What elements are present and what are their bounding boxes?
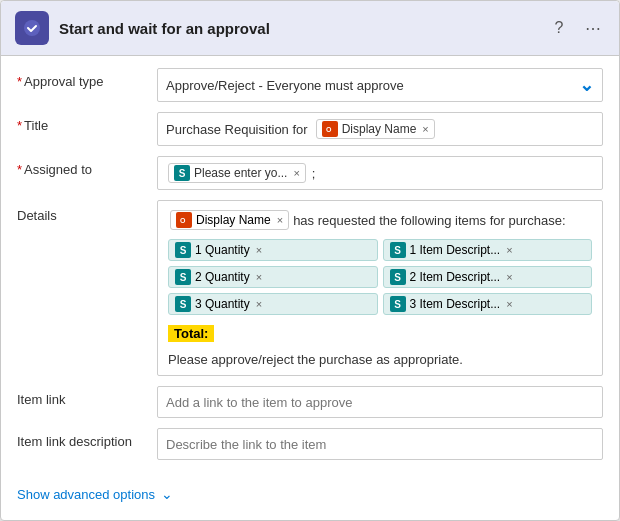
title-row: *Title Purchase Requisition for O Displa…: [17, 112, 603, 146]
sharepoint-icon: S: [175, 269, 191, 285]
item-token-close[interactable]: ×: [256, 298, 262, 310]
help-button[interactable]: ?: [547, 16, 571, 40]
assigned-to-row: *Assigned to S Please enter yo... × ;: [17, 156, 603, 190]
chevron-down-icon: ⌄: [579, 74, 594, 96]
list-item[interactable]: S 2 Quantity ×: [168, 266, 378, 288]
sharepoint-icon: S: [390, 242, 406, 258]
required-star: *: [17, 162, 22, 177]
item-token-close[interactable]: ×: [506, 271, 512, 283]
required-star: *: [17, 74, 22, 89]
item-token-close[interactable]: ×: [506, 298, 512, 310]
item-link-label: Item link: [17, 386, 157, 407]
svg-text:O: O: [180, 217, 186, 224]
sharepoint-icon: S: [390, 269, 406, 285]
total-label: Total:: [168, 325, 214, 342]
card-title: Start and wait for an approval: [59, 20, 537, 37]
list-item[interactable]: S 3 Item Descript... ×: [383, 293, 593, 315]
item-link-row: Item link: [17, 386, 603, 418]
assigned-to-field[interactable]: S Please enter yo... × ;: [157, 156, 603, 190]
title-token-close[interactable]: ×: [422, 123, 428, 135]
list-item[interactable]: S 1 Quantity ×: [168, 239, 378, 261]
more-options-button[interactable]: ⋯: [581, 16, 605, 40]
sharepoint-icon: S: [174, 165, 190, 181]
card-footer: Show advanced options ⌄: [1, 470, 619, 520]
show-advanced-label: Show advanced options: [17, 487, 155, 502]
title-field[interactable]: Purchase Requisition for O Display Name …: [157, 112, 603, 146]
list-item[interactable]: S 3 Quantity ×: [168, 293, 378, 315]
details-footer-text: Please approve/reject the purchase as ap…: [168, 352, 592, 367]
assigned-to-semicolon: ;: [312, 166, 316, 181]
title-label: *Title: [17, 112, 157, 133]
approval-card: Start and wait for an approval ? ⋯ *Appr…: [0, 0, 620, 521]
sharepoint-icon: S: [175, 242, 191, 258]
sharepoint-icon: S: [175, 296, 191, 312]
assigned-to-token-close[interactable]: ×: [293, 167, 299, 179]
item-link-desc-row: Item link description: [17, 428, 603, 460]
item-link-input[interactable]: [157, 386, 603, 418]
details-field[interactable]: O Display Name × has requested the follo…: [157, 200, 603, 376]
svg-point-0: [24, 20, 40, 36]
approval-type-dropdown[interactable]: Approve/Reject - Everyone must approve ⌄: [157, 68, 603, 102]
office-icon: O: [322, 121, 338, 137]
card-header: Start and wait for an approval ? ⋯: [1, 1, 619, 56]
show-advanced-button[interactable]: Show advanced options ⌄: [17, 480, 603, 508]
card-body: *Approval type Approve/Reject - Everyone…: [1, 56, 619, 460]
header-actions: ? ⋯: [547, 16, 605, 40]
details-row: Details O Display Name × has requested t…: [17, 200, 603, 376]
title-prefix-text: Purchase Requisition for: [166, 122, 308, 137]
title-display-name-token: O Display Name ×: [316, 119, 435, 139]
app-icon: [15, 11, 49, 45]
item-token-close[interactable]: ×: [256, 244, 262, 256]
item-link-desc-input[interactable]: [157, 428, 603, 460]
list-item[interactable]: S 2 Item Descript... ×: [383, 266, 593, 288]
item-token-close[interactable]: ×: [506, 244, 512, 256]
chevron-down-icon: ⌄: [161, 486, 173, 502]
details-suffix-text: has requested the following items for pu…: [293, 213, 565, 228]
assigned-to-label: *Assigned to: [17, 156, 157, 177]
approval-type-row: *Approval type Approve/Reject - Everyone…: [17, 68, 603, 102]
details-line1: O Display Name × has requested the follo…: [168, 209, 592, 231]
details-items-grid: S 1 Quantity × S 1 Item Descript... × S …: [168, 239, 592, 315]
item-token-close[interactable]: ×: [256, 271, 262, 283]
sharepoint-icon: S: [390, 296, 406, 312]
details-token-close[interactable]: ×: [277, 214, 283, 226]
svg-text:O: O: [326, 126, 332, 133]
list-item[interactable]: S 1 Item Descript... ×: [383, 239, 593, 261]
assigned-to-token: S Please enter yo... ×: [168, 163, 306, 183]
approval-type-label: *Approval type: [17, 68, 157, 89]
details-display-name-token: O Display Name ×: [170, 210, 289, 230]
office-icon: O: [176, 212, 192, 228]
required-star: *: [17, 118, 22, 133]
item-link-desc-label: Item link description: [17, 428, 157, 449]
details-label: Details: [17, 200, 157, 223]
